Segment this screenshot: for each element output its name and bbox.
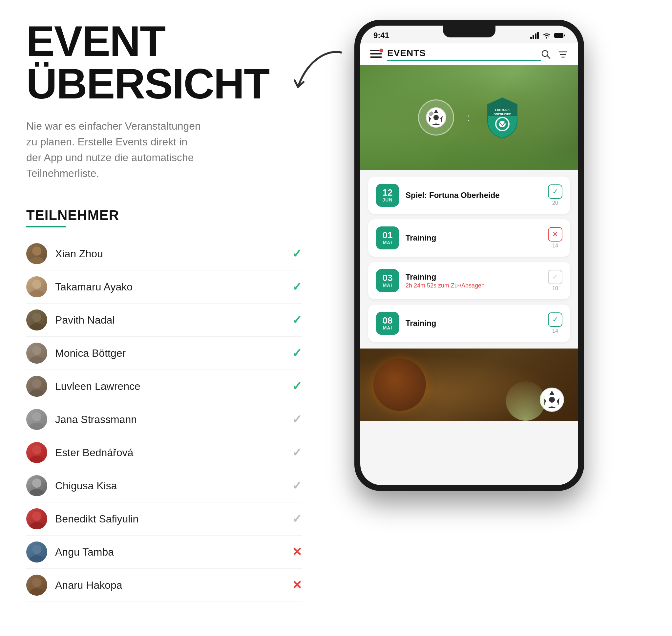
participant-name: Pavith Nadal	[55, 314, 292, 326]
left-panel: EVENT ÜBERSICHT Nie war es einfacher Ver…	[26, 20, 322, 616]
arrow-icon	[289, 46, 348, 92]
status-check: ✓	[292, 413, 302, 426]
event-card[interactable]: 01 MAI Training ✕ 14	[368, 219, 570, 257]
event-name: Training	[406, 319, 436, 327]
date-number: 08	[382, 316, 392, 325]
list-item: Jana Strassmann ✓	[26, 403, 302, 436]
svg-point-39	[433, 115, 439, 120]
list-item: Pavith Nadal ✓	[26, 303, 302, 337]
hamburger-menu-icon[interactable]	[370, 50, 382, 59]
list-item: Angu Tamba ✕	[26, 536, 302, 569]
svg-point-12	[32, 445, 41, 455]
event-date-badge: 01 MAI	[376, 226, 399, 250]
svg-point-20	[32, 578, 41, 587]
participant-name: Monica Böttger	[55, 347, 292, 359]
svg-rect-22	[530, 37, 532, 39]
event-info: Spiel: Fortuna Oberheide	[406, 191, 542, 200]
fortuna-shield-icon: FORTUNA OBERHEIDE	[484, 96, 521, 139]
event-status: ✓ 10	[548, 270, 563, 292]
battery-icon	[554, 33, 565, 38]
svg-point-21	[29, 589, 44, 596]
event-card[interactable]: 08 MAI Training ✓ 14	[368, 304, 570, 342]
svg-point-9	[29, 390, 44, 397]
event-name: Spiel: Fortuna Oberheide	[406, 191, 500, 200]
status-check: ✓	[292, 512, 302, 526]
phone-frame: 9:41	[354, 20, 584, 491]
event-info: Training 2h 24m 52s zum Zu-/Absagen	[406, 272, 542, 289]
teilnehmer-title: TEILNEHMER	[26, 207, 302, 223]
participant-name: Takamaru Ayako	[55, 281, 292, 293]
event-date-badge: 12 JUN	[376, 184, 399, 207]
status-time: 9:41	[373, 31, 389, 40]
svg-rect-27	[564, 35, 565, 36]
svg-rect-26	[554, 33, 564, 38]
list-item: Luvleen Lawrence ✓	[26, 370, 302, 403]
status-icons	[530, 32, 565, 39]
away-team-logo: FORTUNA OBERHEIDE	[484, 96, 521, 139]
date-number: 12	[382, 188, 392, 197]
teilnehmer-section: TEILNEHMER Xian Zhou ✓ Takamaru Ayako ✓	[26, 207, 302, 602]
svg-point-8	[32, 379, 41, 388]
search-icon[interactable]	[541, 49, 551, 60]
list-item: Takamaru Ayako ✓	[26, 271, 302, 303]
svg-point-6	[32, 346, 41, 355]
title-underline	[26, 226, 66, 227]
svg-point-19	[29, 555, 44, 562]
list-item: Monica Böttger ✓	[26, 337, 302, 370]
event-status: ✕ 14	[548, 227, 563, 249]
svg-point-13	[29, 456, 44, 463]
event-list: 12 JUN Spiel: Fortuna Oberheide ✓ 20	[360, 170, 578, 349]
status-check: ✓	[292, 379, 302, 393]
status-check: ✓	[292, 346, 302, 360]
svg-point-14	[32, 478, 41, 488]
date-month: MAI	[383, 282, 392, 288]
avatar	[26, 541, 47, 562]
svg-point-18	[32, 545, 41, 554]
svg-line-29	[547, 56, 550, 58]
svg-point-0	[32, 246, 41, 256]
notification-dot	[379, 48, 383, 53]
right-panel: 9:41	[322, 20, 646, 616]
svg-point-5	[29, 323, 44, 331]
avatar	[26, 575, 47, 596]
status-check: ✓	[292, 313, 302, 327]
event-count: 20	[552, 200, 558, 206]
svg-point-10	[32, 412, 41, 421]
date-month: MAI	[383, 240, 392, 245]
event-status: ✓ 20	[548, 184, 563, 206]
event-count: 14	[552, 243, 558, 249]
event-name: Training	[406, 272, 436, 281]
avatar	[26, 409, 47, 430]
svg-rect-25	[537, 32, 539, 39]
participant-name: Jana Strassmann	[55, 414, 292, 426]
avatar	[26, 343, 47, 364]
event-check-icon: ✓	[548, 270, 563, 284]
avatar	[26, 243, 47, 264]
participant-name: Angu Tamba	[55, 546, 292, 558]
date-number: 01	[382, 231, 392, 240]
status-check: ✓	[292, 479, 302, 493]
filter-icon[interactable]	[558, 49, 568, 60]
event-status: ✓ 14	[548, 313, 563, 334]
home-team-logo	[418, 99, 454, 136]
status-check: ✓	[292, 446, 302, 459]
app-title: EVENTS	[387, 48, 541, 61]
avatar	[26, 508, 47, 529]
event-card[interactable]: 03 MAI Training 2h 24m 52s zum Zu-/Absag…	[368, 262, 570, 299]
event-banner: : FORTUNA OBERHEIDE	[360, 65, 578, 170]
participant-name: Anaru Hakopa	[55, 579, 292, 591]
team-logos: : FORTUNA OBERHEIDE	[418, 96, 521, 139]
svg-point-2	[32, 280, 41, 289]
status-cross: ✕	[292, 578, 302, 592]
svg-point-3	[29, 290, 44, 297]
svg-point-15	[29, 489, 44, 496]
event-name: Training	[406, 233, 436, 242]
svg-point-17	[29, 522, 44, 529]
avatar	[26, 310, 47, 331]
event-info: Training	[406, 233, 542, 242]
signal-icon	[530, 32, 539, 39]
vs-separator: :	[467, 112, 471, 123]
participant-name: Benedikt Safiyulin	[55, 513, 292, 525]
date-month: JUN	[382, 197, 392, 202]
event-card[interactable]: 12 JUN Spiel: Fortuna Oberheide ✓ 20	[368, 177, 570, 214]
